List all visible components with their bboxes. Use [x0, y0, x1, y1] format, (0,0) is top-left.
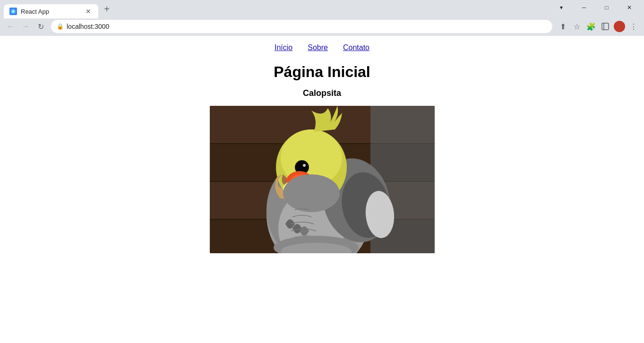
close-button[interactable]: ✕ [618, 0, 640, 15]
share-button[interactable]: ⬆ [556, 20, 569, 33]
avatar-image [614, 21, 625, 32]
nav-link-inicio[interactable]: Início [275, 43, 292, 52]
nav-link-sobre[interactable]: Sobre [308, 43, 328, 52]
menu-button[interactable]: ⋮ [627, 20, 640, 33]
tab-close-button[interactable]: ✕ [84, 7, 93, 16]
svg-rect-2 [602, 23, 609, 30]
forward-button[interactable]: → [19, 20, 32, 33]
profile-avatar[interactable] [613, 20, 626, 33]
back-button[interactable]: ← [4, 20, 17, 33]
browser-chrome: React App ✕ + ▾ ─ □ ✕ ← → ↻ 🔒 localhost:… [0, 0, 644, 36]
maximize-button[interactable]: □ [596, 0, 618, 15]
bookmark-button[interactable]: ☆ [570, 20, 584, 33]
security-lock-icon: 🔒 [57, 23, 64, 30]
extensions-button[interactable]: 🧩 [584, 20, 598, 33]
tab-bar: React App ✕ + ▾ ─ □ ✕ [0, 0, 644, 17]
active-tab[interactable]: React App ✕ [4, 4, 98, 18]
tab-strip-dropdown[interactable]: ▾ [550, 0, 572, 15]
window-controls: ▾ ─ □ ✕ [550, 0, 640, 15]
refresh-button[interactable]: ↻ [34, 20, 47, 33]
navigation: Início Sobre Contato [275, 43, 369, 52]
new-tab-button[interactable]: + [100, 2, 113, 16]
svg-point-27 [283, 174, 340, 212]
bird-name: Calopsita [303, 88, 341, 98]
address-bar: ← → ↻ 🔒 localhost:3000 ⬆ ☆ 🧩 ⋮ [0, 17, 644, 36]
sidebar-button[interactable] [599, 20, 612, 33]
svg-point-1 [13, 11, 14, 12]
toolbar-right: ⬆ ☆ 🧩 ⋮ [556, 20, 640, 33]
bird-image [210, 106, 435, 253]
page-content: Início Sobre Contato Página Inicial Calo… [0, 36, 644, 343]
svg-point-23 [303, 164, 306, 167]
page-title: Página Inicial [274, 63, 370, 81]
tab-favicon [9, 8, 17, 15]
url-text: localhost:3000 [67, 23, 109, 30]
tab-title: React App [21, 8, 80, 15]
url-bar[interactable]: 🔒 localhost:3000 [51, 20, 552, 33]
nav-link-contato[interactable]: Contato [343, 43, 369, 52]
minimize-button[interactable]: ─ [573, 0, 595, 15]
